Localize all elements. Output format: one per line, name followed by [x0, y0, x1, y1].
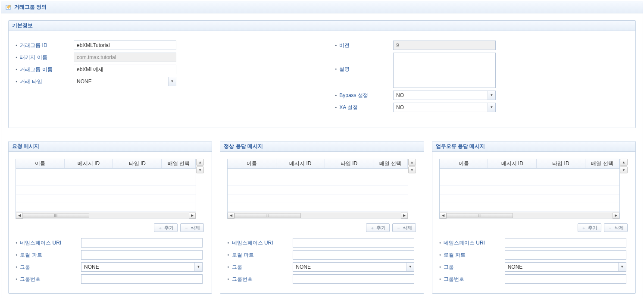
scroll-track[interactable]: [23, 213, 189, 219]
input-group-no[interactable]: [293, 274, 414, 284]
response-err-table-body[interactable]: [440, 169, 619, 212]
response-ok-body: ▲ ▼ 이름 메시지 ID 타입 ID 배열 선택: [220, 152, 423, 293]
table-row: [228, 194, 407, 203]
row-bypass: ●Bypass 설정 NO▼: [335, 91, 628, 100]
bullet-icon: ●: [335, 103, 337, 112]
bullet-icon: ●: [227, 275, 229, 283]
input-group-name[interactable]: [74, 65, 176, 74]
input-local-part[interactable]: [293, 250, 414, 260]
request-msg-body: ▲ ▼ 이름 메시지 ID 타입 ID 배열 선택: [9, 152, 212, 293]
input-ns-uri[interactable]: [293, 238, 414, 248]
delete-button[interactable]: －삭제: [604, 223, 628, 232]
scroll-track[interactable]: [447, 213, 613, 219]
chevron-down-icon: ▼: [488, 91, 495, 100]
chevron-down-icon: ▼: [194, 263, 202, 271]
add-button[interactable]: ＋추가: [154, 223, 178, 232]
bullet-icon: ●: [16, 263, 17, 271]
response-err-panel: 업무오류 응답 메시지 ▲ ▼ 이름 메시지 ID: [432, 141, 636, 294]
label-version: ●버전: [335, 41, 393, 50]
move-up-button[interactable]: ▲: [408, 159, 416, 166]
response-ok-table-v-controls: ▲ ▼: [408, 159, 416, 174]
response-err-table-head: 이름 메시지 ID 타입 ID 배열 선택: [440, 159, 619, 169]
basic-info-body: ●거래그룹 ID ●패키지 이름 ●거래그룹 이름 ●거래 타입 NONE▼: [9, 31, 635, 128]
select-xa[interactable]: NO▼: [393, 103, 496, 112]
move-down-button[interactable]: ▼: [620, 166, 628, 173]
chevron-down-icon: ▼: [168, 77, 176, 86]
request-msg-header: 요청 메시지: [9, 141, 212, 152]
scroll-thumb[interactable]: [447, 213, 513, 218]
select-bypass[interactable]: NO▼: [393, 91, 496, 100]
request-hscroll: ◀ ▶: [16, 212, 196, 219]
scroll-left-button[interactable]: ◀: [228, 213, 234, 219]
response-ok-table-head: 이름 메시지 ID 타입 ID 배열 선택: [228, 159, 407, 169]
scroll-track[interactable]: [234, 213, 400, 219]
response-err-msg-form: ●네임스페이스 URI ●로컬 파트 ●그룹 NONE▼: [439, 238, 628, 284]
bullet-icon: ●: [335, 65, 337, 73]
request-msg-form: ●네임스페이스 URI ●로컬 파트 ●그룹 NONE▼: [16, 238, 205, 284]
move-up-button[interactable]: ▲: [620, 159, 628, 166]
table-row: [16, 194, 196, 203]
row-description: ●설명: [335, 53, 628, 88]
delete-button[interactable]: －삭제: [392, 223, 416, 232]
input-group-no[interactable]: [81, 274, 203, 284]
input-local-part[interactable]: [81, 250, 203, 260]
select-group[interactable]: NONE▼: [505, 262, 626, 272]
th-type-id: 타입 ID: [325, 159, 374, 168]
move-up-button[interactable]: ▲: [196, 159, 204, 166]
response-ok-table-container: ▲ ▼ 이름 메시지 ID 타입 ID 배열 선택: [227, 159, 408, 219]
add-button[interactable]: ＋추가: [366, 223, 390, 232]
response-err-body: ▲ ▼ 이름 메시지 ID 타입 ID 배열 선택: [432, 152, 635, 293]
row-version: ●버전: [335, 41, 628, 50]
response-err-table-container: ▲ ▼ 이름 메시지 ID 타입 ID 배열 선택: [439, 159, 620, 219]
table-row: [440, 203, 619, 212]
scroll-right-button[interactable]: ▶: [401, 213, 408, 219]
delete-button[interactable]: －삭제: [180, 223, 204, 232]
bullet-icon: ●: [335, 41, 337, 50]
add-button[interactable]: ＋추가: [578, 223, 601, 232]
select-group[interactable]: NONE▼: [293, 262, 414, 272]
scroll-thumb[interactable]: [234, 213, 301, 218]
label-group: ●그룹: [16, 263, 81, 271]
move-down-button[interactable]: ▼: [196, 166, 204, 173]
move-down-button[interactable]: ▼: [408, 166, 416, 173]
scroll-left-button[interactable]: ◀: [16, 213, 23, 219]
minus-icon: －: [608, 226, 613, 230]
table-row: [228, 177, 407, 186]
bullet-icon: ●: [439, 263, 441, 271]
label-group: ●그룹: [439, 263, 505, 271]
th-msg-id: 메시지 ID: [488, 159, 537, 168]
scroll-right-button[interactable]: ▶: [189, 213, 196, 219]
message-panels-row: 요청 메시지 ▲ ▼ 이름 메시지 ID: [8, 141, 636, 294]
th-name: 이름: [16, 159, 65, 168]
request-table-container: ▲ ▼ 이름 메시지 ID 타입 ID 배열 선택: [16, 159, 196, 219]
bullet-icon: ●: [16, 238, 17, 247]
input-package-name: [74, 53, 176, 62]
scroll-thumb[interactable]: [23, 213, 89, 218]
scroll-left-button[interactable]: ◀: [440, 213, 447, 219]
request-msg-panel: 요청 메시지 ▲ ▼ 이름 메시지 ID: [8, 141, 212, 294]
input-group-no[interactable]: [505, 274, 626, 284]
response-err-button-row: ＋추가 －삭제: [439, 223, 628, 232]
page-content: 기본정보 ●거래그룹 ID ●패키지 이름 ●거래그룹 이름: [1, 13, 643, 298]
input-local-part[interactable]: [505, 250, 626, 260]
response-ok-hscroll: ◀ ▶: [228, 212, 407, 219]
label-local-part: ●로컬 파트: [439, 251, 505, 259]
request-table-body[interactable]: [16, 169, 196, 212]
select-trade-type[interactable]: NONE▼: [74, 77, 176, 86]
basic-info-panel: 기본정보 ●거래그룹 ID ●패키지 이름 ●거래그룹 이름: [8, 20, 636, 128]
bullet-icon: ●: [16, 41, 17, 50]
select-group[interactable]: NONE▼: [81, 262, 203, 272]
input-ns-uri[interactable]: [505, 238, 626, 248]
input-ns-uri[interactable]: [81, 238, 203, 248]
scroll-right-button[interactable]: ▶: [613, 213, 619, 219]
response-ok-col: 정상 응답 메시지 ▲ ▼ 이름 메시지 ID: [220, 141, 424, 294]
page-title-bar: 거래그룹 정의: [1, 1, 643, 13]
response-ok-button-row: ＋추가 －삭제: [227, 223, 416, 232]
input-description[interactable]: [393, 53, 496, 88]
bullet-icon: ●: [16, 65, 17, 74]
response-ok-table-body[interactable]: [228, 169, 407, 212]
label-ns-uri: ●네임스페이스 URI: [16, 238, 81, 247]
bullet-icon: ●: [16, 275, 17, 283]
label-package-name: ●패키지 이름: [16, 53, 74, 62]
input-group-id[interactable]: [74, 41, 176, 50]
